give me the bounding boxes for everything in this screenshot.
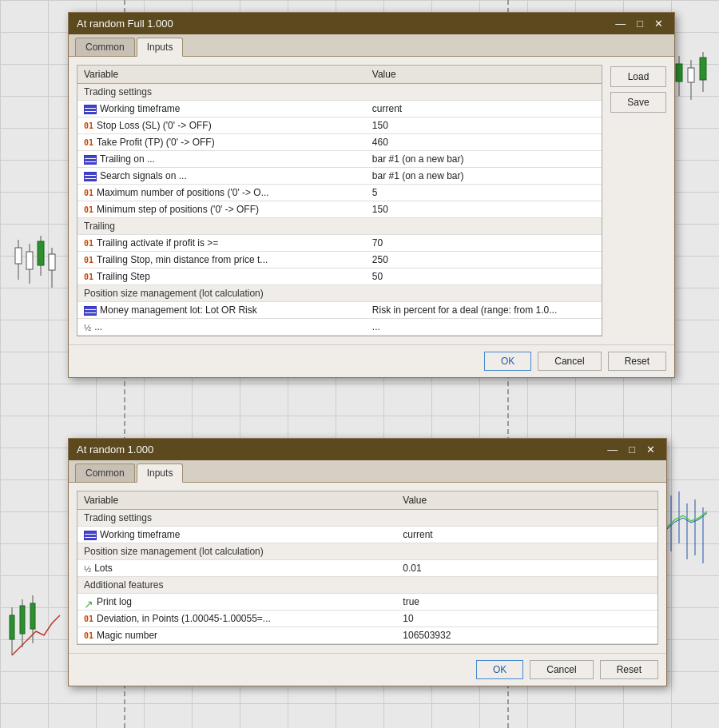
val-max-positions-full[interactable]: 5 [366, 185, 602, 201]
table-scroll-full[interactable]: Variable Value Trading settings Working … [77, 66, 602, 336]
data-table-random: Variable Value Trading settings Working … [77, 491, 657, 644]
ok-button-random[interactable]: OK [476, 660, 523, 679]
table-row[interactable]: Money management lot: Lot OR Risk Risk i… [77, 302, 602, 319]
ok-button-full[interactable]: OK [484, 352, 531, 371]
svg-rect-21 [26, 252, 33, 269]
var-extra-full: ½... [77, 319, 366, 336]
var-print-log-random: ↗Print log [77, 594, 396, 611]
arrow-icon-printlog: ↗ [84, 598, 93, 607]
var-trailing-stop-full: 01Trailing Stop, min distance from price… [77, 252, 366, 269]
icon-01-maxpos: 01 [84, 189, 93, 197]
table-row[interactable]: 01Trailing activate if profit is >= 70 [77, 235, 602, 252]
val-money-mgmt-full[interactable]: Risk in percent for a deal (range: from … [366, 302, 602, 319]
val-trailing-stop-full[interactable]: 250 [366, 252, 602, 269]
section-trailing-full: Trailing [77, 218, 602, 235]
val-trailing-step-full[interactable]: 50 [366, 269, 602, 285]
val-deviation-random[interactable]: 10 [396, 611, 657, 627]
dialog-footer-random: OK Cancel Reset [69, 653, 666, 686]
val-lots-random[interactable]: 0.01 [396, 560, 657, 577]
table-row[interactable]: 01Stop Loss (SL) ('0' -> OFF) 150 [77, 117, 602, 134]
side-buttons-full: Load Save [610, 65, 666, 336]
table-row[interactable]: ½... ... [77, 319, 602, 336]
table-row[interactable]: ½Lots 0.01 [77, 560, 657, 577]
table-row[interactable]: 01Trailing Stop, min distance from price… [77, 252, 602, 269]
layers-icon-1 [84, 105, 97, 114]
table-container-full: Variable Value Trading settings Working … [77, 65, 602, 336]
svg-rect-7 [688, 68, 694, 82]
val-extra-full[interactable]: ... [366, 319, 602, 336]
val-take-profit-full[interactable]: 460 [366, 134, 602, 151]
svg-rect-5 [676, 64, 682, 82]
load-button-full[interactable]: Load [610, 66, 666, 87]
svg-rect-9 [700, 58, 706, 80]
icon-01-minstep: 01 [84, 205, 93, 214]
minimize-button-random[interactable]: — [604, 444, 621, 455]
val-min-step-full[interactable]: 150 [366, 201, 602, 218]
tab-inputs-full[interactable]: Inputs [137, 38, 184, 57]
val-stop-loss-full[interactable]: 150 [366, 117, 602, 134]
reset-button-random[interactable]: Reset [600, 660, 658, 679]
section-position-full: Position size management (lot calculatio… [77, 285, 602, 302]
table-container-random: Variable Value Trading settings Working … [77, 491, 658, 645]
table-row[interactable]: Trailing on ... bar #1 (on a new bar) [77, 151, 602, 168]
section-trading-random: Trading settings [77, 510, 657, 527]
close-button-random[interactable]: ✕ [643, 444, 658, 455]
dialog-tabs-random: Common Inputs [69, 460, 666, 483]
cancel-button-full[interactable]: Cancel [538, 352, 601, 371]
tab-common-full[interactable]: Common [75, 38, 135, 56]
val-working-timeframe-random[interactable]: current [396, 527, 657, 543]
data-table-full: Variable Value Trading settings Working … [77, 66, 602, 336]
table-row[interactable]: ↗Print log true [77, 594, 657, 611]
var-trailing-on-full: Trailing on ... [77, 151, 366, 168]
table-row[interactable]: 01Deviation, in Points (1.00045-1.00055=… [77, 611, 657, 627]
dialog-content-random: Variable Value Trading settings Working … [69, 483, 666, 653]
var-min-step-full: 01Minimum step of positions ('0' -> OFF) [77, 201, 366, 218]
minimize-button-full[interactable]: — [612, 18, 629, 30]
val-trailing-activate-full[interactable]: 70 [366, 235, 602, 252]
close-button-full[interactable]: ✕ [651, 18, 666, 30]
maximize-button-random[interactable]: □ [626, 444, 638, 455]
dialog-title-full: At random Full 1.000 [77, 18, 173, 30]
table-row[interactable]: Working timeframe current [77, 527, 657, 543]
section-position-random: Position size management (lot calculatio… [77, 543, 657, 560]
dialog-full: At random Full 1.000 — □ ✕ Common Inputs… [68, 12, 675, 378]
table-row[interactable]: Working timeframe current [77, 101, 602, 117]
tab-common-random[interactable]: Common [75, 463, 135, 482]
save-button-full[interactable]: Save [610, 92, 666, 113]
var-working-timeframe-random: Working timeframe [77, 527, 396, 543]
var-trailing-activate-full: 01Trailing activate if profit is >= [77, 235, 366, 252]
table-row[interactable]: 01Minimum step of positions ('0' -> OFF)… [77, 201, 602, 218]
layers-icon-4 [84, 306, 97, 316]
val-magic-number-random[interactable]: 106503932 [396, 627, 657, 644]
cancel-button-random[interactable]: Cancel [530, 660, 593, 679]
tab-inputs-random[interactable]: Inputs [137, 463, 184, 483]
val-trailing-on-full[interactable]: bar #1 (on a new bar) [366, 151, 602, 168]
col-header-value-random: Value [396, 491, 657, 510]
dialog-footer-full: OK Cancel Reset [69, 344, 674, 377]
svg-rect-27 [10, 615, 14, 639]
section-trading-full: Trading settings [77, 84, 602, 101]
svg-rect-31 [30, 603, 35, 629]
section-position-label-random: Position size management (lot calculatio… [77, 543, 657, 560]
icon-01-trailstep: 01 [84, 273, 93, 281]
chart-candles-left [12, 232, 68, 328]
layers-icon-3 [84, 172, 97, 181]
maximize-button-full[interactable]: □ [634, 18, 646, 30]
table-row[interactable]: 01Magic number 106503932 [77, 627, 657, 644]
titlebar-buttons-full: — □ ✕ [612, 18, 666, 30]
svg-rect-29 [20, 606, 25, 634]
var-deviation-random: 01Deviation, in Points (1.00045-1.00055=… [77, 611, 396, 627]
reset-button-full[interactable]: Reset [608, 352, 666, 371]
table-scroll-random[interactable]: Variable Value Trading settings Working … [77, 491, 657, 644]
section-trailing-label-full: Trailing [77, 218, 602, 235]
table-row[interactable]: Search signals on ... bar #1 (on a new b… [77, 168, 602, 185]
val-print-log-random[interactable]: true [396, 594, 657, 611]
val-search-signals-full[interactable]: bar #1 (on a new bar) [366, 168, 602, 185]
val-working-timeframe-full[interactable]: current [366, 101, 602, 117]
dialog-tabs-full: Common Inputs [69, 34, 674, 57]
icon-01-magic: 01 [84, 631, 93, 640]
dialog-random: At random 1.000 — □ ✕ Common Inputs Vari… [68, 438, 667, 686]
table-row[interactable]: 01Trailing Step 50 [77, 269, 602, 285]
table-row[interactable]: 01Maximum number of positions ('0' -> O.… [77, 185, 602, 201]
table-row[interactable]: 01Take Profit (TP) ('0' -> OFF) 460 [77, 134, 602, 151]
